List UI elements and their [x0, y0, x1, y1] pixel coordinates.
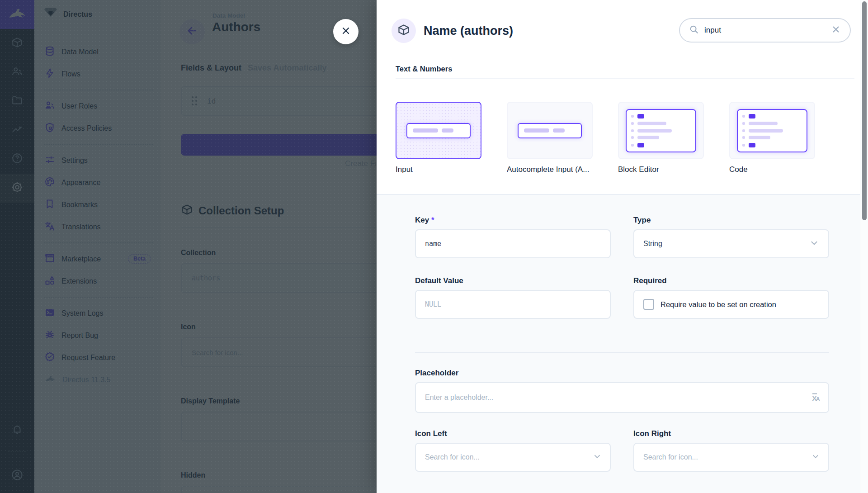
interface-options-form: Key * Type String Default Value Required	[377, 194, 868, 493]
type-label: Type	[633, 216, 829, 225]
interface-card	[729, 102, 815, 159]
clear-search-icon[interactable]	[831, 24, 841, 36]
search-icon	[689, 24, 699, 36]
interface-card-label: Code	[729, 165, 815, 174]
form-divider	[415, 352, 829, 353]
input-preview	[518, 123, 582, 138]
drawer-icon-circle	[392, 19, 416, 43]
chevron-down-icon[interactable]	[811, 452, 820, 463]
icon-right-label: Icon Right	[633, 429, 829, 438]
group-divider	[396, 78, 854, 79]
required-checkbox[interactable]	[643, 299, 654, 310]
icon-right-input[interactable]	[633, 443, 829, 472]
interface-option-block-editor[interactable]: Block Editor	[618, 102, 704, 174]
required-asterisk: *	[431, 216, 434, 224]
scrollbar-track[interactable]	[860, 0, 868, 493]
translate-icon[interactable]: XA	[812, 393, 820, 402]
required-checkbox-row: Require value to be set on creation	[633, 290, 829, 319]
box-icon	[397, 24, 410, 38]
required-label: Required	[633, 276, 829, 285]
drawer-title: Name (authors)	[424, 24, 513, 38]
interface-card	[507, 102, 593, 159]
close-icon	[340, 25, 351, 38]
chevron-down-icon	[809, 238, 819, 250]
interface-option-autocomplete[interactable]: Autocomplete Input (A...	[507, 102, 593, 174]
close-drawer-button[interactable]	[333, 19, 359, 44]
interface-option-input[interactable]: Input	[396, 102, 481, 174]
placeholder-label: Placeholder	[415, 369, 829, 378]
modal-overlay[interactable]	[0, 0, 377, 493]
icon-left-label: Icon Left	[415, 429, 611, 438]
editor-preview	[626, 109, 696, 152]
default-value-label: Default Value	[415, 276, 611, 285]
type-select-value: String	[643, 240, 662, 248]
interface-drawer: Name (authors) Text & Numbers Input Auto…	[377, 0, 868, 493]
interface-card	[618, 102, 704, 159]
search-input[interactable]	[704, 26, 826, 35]
interface-card	[396, 102, 481, 159]
placeholder-input[interactable]	[415, 382, 829, 413]
key-input[interactable]	[415, 229, 611, 258]
editor-preview	[737, 109, 807, 152]
interface-card-label: Autocomplete Input (A...	[507, 165, 593, 174]
default-value-input[interactable]	[415, 290, 611, 319]
input-preview	[406, 123, 471, 138]
interface-group-title: Text & Numbers	[396, 65, 452, 73]
interface-card-label: Block Editor	[618, 165, 704, 174]
key-label: Key *	[415, 216, 611, 225]
interface-card-label: Input	[396, 165, 481, 174]
interface-option-code[interactable]: Code	[729, 102, 815, 174]
chevron-down-icon[interactable]	[593, 452, 602, 463]
scrollbar-thumb[interactable]	[862, 1, 867, 220]
type-select[interactable]: String	[633, 229, 829, 258]
interface-search[interactable]	[679, 18, 851, 43]
icon-left-input[interactable]	[415, 443, 611, 472]
required-checkbox-label: Require value to be set on creation	[660, 300, 776, 309]
